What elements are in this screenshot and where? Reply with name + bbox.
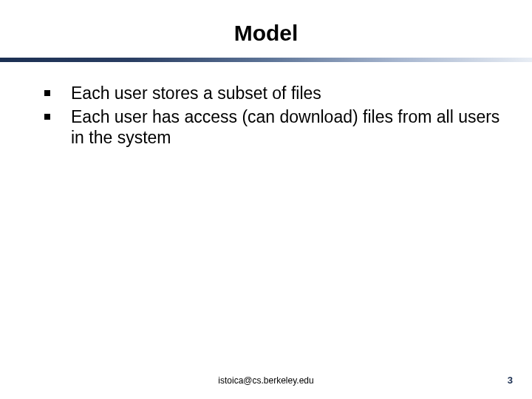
slide: Model Each user stores a subset of files… bbox=[0, 0, 532, 399]
bullet-icon bbox=[44, 90, 50, 96]
bullet-icon bbox=[44, 114, 50, 120]
bullet-text: Each user has access (can download) file… bbox=[71, 106, 502, 148]
slide-title: Model bbox=[0, 0, 532, 55]
slide-content: Each user stores a subset of files Each … bbox=[0, 62, 532, 148]
bullet-item: Each user has access (can download) file… bbox=[44, 106, 502, 148]
bullet-text: Each user stores a subset of files bbox=[71, 83, 502, 103]
footer-email: istoica@cs.berkeley.edu bbox=[0, 375, 532, 386]
footer-page-number: 3 bbox=[508, 375, 513, 386]
bullet-item: Each user stores a subset of files bbox=[44, 83, 502, 103]
